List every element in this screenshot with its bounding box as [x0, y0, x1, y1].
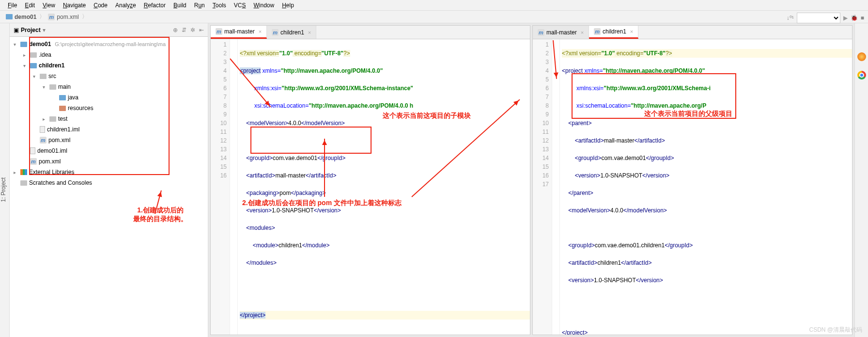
right-sidebar — [854, 23, 868, 337]
annotation-box-1 — [29, 37, 170, 175]
project-tool-button[interactable]: 1: Project — [0, 23, 10, 337]
hide-icon[interactable]: ⇤ — [199, 27, 204, 33]
editor-left-tabs: mmall-master× mchildren1× — [211, 26, 530, 39]
editor-right: mmall-master× mchildren1× 12345678910111… — [532, 25, 852, 335]
menu-edit[interactable]: Edit — [21, 1, 39, 9]
chevron-down-icon[interactable]: ▾ — [43, 27, 46, 33]
chrome-icon[interactable] — [857, 71, 866, 80]
debug-icon[interactable]: 🐞 — [851, 15, 858, 21]
tree-scratches[interactable]: Scratches and Consoles — [10, 177, 208, 188]
firefox-icon[interactable] — [857, 52, 866, 61]
code-left[interactable]: <?xml version="1.0" encoding="UTF-8"?> <… — [238, 39, 530, 335]
project-panel: ▣Project▾ ⊕ ⇵ ✲ ⇤ ▾demo01G:\projects\git… — [10, 23, 208, 337]
settings-icon[interactable]: ✲ — [190, 27, 195, 33]
collapse-icon[interactable]: ⇵ — [182, 27, 186, 33]
menu-help[interactable]: Help — [278, 1, 298, 9]
maven-icon: m — [216, 28, 222, 35]
menu-analyze[interactable]: Analyze — [111, 1, 140, 9]
fold-gutter — [552, 39, 560, 335]
project-tree: ▾demo01G:\projects\gitee\macrozheng-mall… — [10, 37, 208, 190]
module-icon — [20, 42, 27, 47]
menu-refactor[interactable]: Refactor — [140, 1, 170, 9]
menu-view[interactable]: View — [39, 1, 59, 9]
editor-left: mmall-master× mchildren1× 12345678910111… — [210, 25, 530, 335]
menu-bar: File Edit View Navigate Code Analyze Ref… — [0, 0, 868, 11]
code-right[interactable]: <?xml version="1.0" encoding="UTF-8"?> <… — [560, 39, 852, 335]
breadcrumb-project[interactable]: demo01 — [4, 14, 38, 20]
run-config-dropdown[interactable] — [797, 13, 840, 23]
menu-build[interactable]: Build — [170, 1, 190, 9]
project-panel-header: ▣Project▾ ⊕ ⇵ ✲ ⇤ — [10, 23, 208, 37]
run-icon[interactable]: ▶ — [843, 15, 848, 21]
editor-area: mmall-master× mchildren1× 12345678910111… — [208, 23, 854, 337]
tab-mall-master-r[interactable]: mmall-master× — [533, 26, 589, 39]
menu-window[interactable]: Window — [249, 1, 278, 9]
select-opened-icon[interactable]: ⊕ — [173, 27, 178, 33]
watermark: CSDN @清晨敲代码 — [809, 326, 862, 334]
editor-right-tabs: mmall-master× mchildren1× — [533, 26, 852, 39]
breadcrumb-separator: 〉 — [81, 13, 89, 21]
run-toolbar: ↓⁰¹ ▶ 🐞 ■ — [787, 13, 864, 23]
maven-icon: m — [48, 14, 55, 20]
build-icon[interactable]: ↓⁰¹ — [787, 15, 794, 21]
breadcrumb: demo01 〉 mpom.xml 〉 ↓⁰¹ ▶ 🐞 ■ — [0, 11, 868, 23]
maven-icon: m — [538, 29, 544, 36]
libraries-icon — [20, 169, 27, 175]
stop-icon[interactable]: ■ — [861, 15, 864, 21]
annotation-box-parent — [572, 73, 736, 119]
close-icon[interactable]: × — [308, 30, 311, 35]
line-gutter: 1234567891011121314151617 — [533, 39, 552, 335]
fold-gutter — [230, 39, 238, 335]
close-icon[interactable]: × — [630, 29, 633, 34]
project-view-icon: ▣ — [14, 27, 19, 33]
menu-code[interactable]: Code — [90, 1, 111, 9]
close-icon[interactable]: × — [259, 29, 262, 34]
maven-icon: m — [272, 29, 279, 36]
tab-children1-r[interactable]: mchildren1× — [589, 26, 638, 39]
line-gutter: 12345678910111213141516 — [211, 39, 230, 335]
folder-icon — [6, 14, 13, 19]
menu-navigate[interactable]: Navigate — [59, 1, 90, 9]
tab-mall-master[interactable]: mmall-master× — [211, 26, 267, 39]
menu-file[interactable]: File — [4, 1, 21, 9]
menu-vcs[interactable]: VCS — [230, 1, 250, 9]
breadcrumb-file[interactable]: mpom.xml — [46, 14, 80, 20]
folder-icon — [20, 180, 27, 186]
menu-run[interactable]: Run — [190, 1, 209, 9]
menu-tools[interactable]: Tools — [209, 1, 230, 9]
project-panel-title: Project — [21, 27, 41, 33]
annotation-box-modules — [250, 127, 372, 154]
maven-icon: m — [594, 28, 601, 35]
tab-children1[interactable]: mchildren1× — [267, 26, 316, 39]
breadcrumb-separator: 〉 — [38, 13, 46, 21]
close-icon[interactable]: × — [581, 30, 584, 35]
